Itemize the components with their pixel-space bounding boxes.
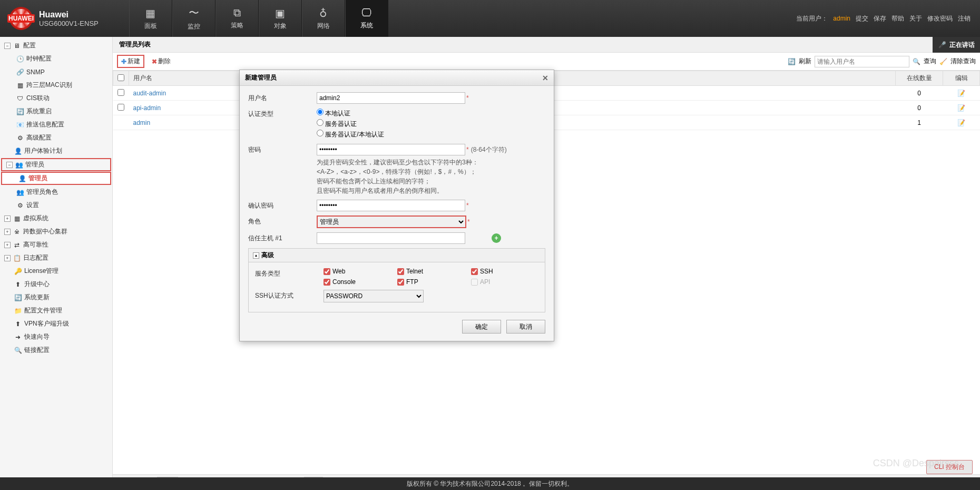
search-label[interactable]: 查询 xyxy=(924,57,936,66)
sidebar-item[interactable]: +📋日志配置 xyxy=(0,251,112,264)
advanced-panel: ▴ 高级 服务类型 Web Telnet SSH Console FTP API… xyxy=(248,248,545,312)
tree-icon: 🔑 xyxy=(14,267,22,276)
add-host-button[interactable]: + xyxy=(492,233,501,243)
refresh-icon[interactable]: 🔄 xyxy=(788,58,796,65)
sidebar-item[interactable]: ⬆VPN客户端升级 xyxy=(0,317,112,330)
panel-icon: ▦ xyxy=(145,7,155,19)
password-input[interactable] xyxy=(317,144,465,155)
col-online[interactable]: 在线数量 xyxy=(896,71,943,86)
mic-icon: 🎤 xyxy=(938,41,946,48)
service-telnet-checkbox[interactable]: Telnet xyxy=(397,268,439,275)
trust-host-input[interactable] xyxy=(317,232,465,244)
edit-icon[interactable]: 📝 xyxy=(957,104,965,112)
sidebar-item[interactable]: 👤管理员 xyxy=(1,172,111,185)
sidebar-item[interactable]: 🔄系统重启 xyxy=(0,105,112,118)
auth-both-radio[interactable]: 服务器认证/本地认证 xyxy=(317,129,545,140)
user-link[interactable]: audit-admin xyxy=(133,90,166,97)
auth-local-radio[interactable]: 本地认证 xyxy=(317,108,545,119)
delete-icon: ✖ xyxy=(152,58,157,65)
delete-button[interactable]: ✖ 删除 xyxy=(149,56,174,67)
username-input[interactable] xyxy=(317,92,465,104)
tab-policy[interactable]: ⧉策略 xyxy=(215,0,259,37)
cancel-button[interactable]: 取消 xyxy=(506,320,545,334)
auth-server-radio[interactable]: 服务器认证 xyxy=(317,119,545,129)
network-icon: ♁ xyxy=(319,7,327,19)
advanced-toggle[interactable]: ▴ 高级 xyxy=(249,249,545,262)
huawei-logo-icon: HUAWEI xyxy=(9,7,33,30)
search-icon[interactable]: 🔍 xyxy=(913,58,920,65)
sidebar-item[interactable]: ⚙设置 xyxy=(0,199,112,212)
role-select[interactable]: 管理员 xyxy=(317,215,466,228)
sidebar-item[interactable]: 👤用户体验计划 xyxy=(0,144,112,158)
sidebar-item[interactable]: +▦虚拟系统 xyxy=(0,212,112,225)
commit-link[interactable]: 提交 xyxy=(856,14,868,23)
search-input[interactable] xyxy=(815,56,909,67)
sidebar-item[interactable]: −🖥配置 xyxy=(0,39,112,52)
sidebar-item[interactable]: 🔗SNMP xyxy=(0,65,112,79)
edit-icon[interactable]: 📝 xyxy=(957,119,965,126)
sidebar-item[interactable]: 👥管理员角色 xyxy=(0,185,112,199)
col-edit[interactable]: 编辑 xyxy=(943,71,980,86)
sidebar-item[interactable]: ⚙高级配置 xyxy=(0,131,112,144)
edit-icon[interactable]: 📝 xyxy=(957,90,965,97)
tab-system[interactable]: 🖵系统 xyxy=(345,0,388,37)
service-label: 服务类型 xyxy=(255,268,324,278)
about-link[interactable]: 关于 xyxy=(909,14,922,23)
refresh-label[interactable]: 刷新 xyxy=(799,57,811,66)
sidebar-item[interactable]: 🔄系统更新 xyxy=(0,291,112,304)
row-checkbox[interactable] xyxy=(117,89,124,96)
ssh-auth-label: SSH认证方式 xyxy=(255,290,324,300)
clear-icon[interactable]: 🧹 xyxy=(939,58,947,65)
sidebar-item[interactable]: ▦跨三层MAC识别 xyxy=(0,79,112,92)
ssh-auth-select[interactable]: PASSWORD xyxy=(324,290,424,302)
toolbar: ✚ 新建 ✖ 删除 🔄 刷新 🔍 查询 🧹 清除查询 xyxy=(113,53,980,71)
select-all-checkbox[interactable] xyxy=(117,74,124,81)
tab-network[interactable]: ♁网络 xyxy=(302,0,345,37)
tab-monitor[interactable]: 〜监控 xyxy=(172,0,215,37)
change-pw-link[interactable]: 修改密码 xyxy=(927,14,953,23)
save-link[interactable]: 保存 xyxy=(874,14,886,23)
close-icon[interactable]: ✕ xyxy=(542,74,548,82)
tree-icon: 👥 xyxy=(15,161,23,169)
user-link[interactable]: admin xyxy=(133,119,151,126)
tree-icon: 🔗 xyxy=(16,68,24,76)
voice-status: 🎤 正在讲话 xyxy=(933,37,980,53)
new-button[interactable]: ✚ 新建 xyxy=(117,55,144,68)
sidebar-item[interactable]: +※跨数据中心集群 xyxy=(0,225,112,238)
help-link[interactable]: 帮助 xyxy=(891,14,904,23)
tree-icon: 👤 xyxy=(18,174,26,183)
tree-icon: 👥 xyxy=(16,188,24,197)
clear-label[interactable]: 清除查询 xyxy=(950,57,976,66)
system-icon: 🖵 xyxy=(361,7,372,19)
service-ssh-checkbox[interactable]: SSH xyxy=(471,268,513,275)
nav-tabs: ▦面板 〜监控 ⧉策略 ▣对象 ♁网络 🖵系统 xyxy=(129,0,388,37)
new-admin-dialog: 新建管理员 ✕ 用户名 * 认证类型 本地认证 服务器认证 服务器认证/本地认证… xyxy=(239,70,554,341)
tab-panel[interactable]: ▦面板 xyxy=(129,0,172,37)
sidebar-item[interactable]: 🔍链接配置 xyxy=(0,344,112,357)
sidebar-item[interactable]: 📧推送信息配置 xyxy=(0,118,112,131)
header-right: 当前用户： admin 提交 保存 帮助 关于 修改密码 注销 xyxy=(796,14,980,23)
sidebar-item[interactable]: 🔑License管理 xyxy=(0,264,112,278)
ok-button[interactable]: 确定 xyxy=(462,320,501,334)
auth-label: 认证类型 xyxy=(248,108,317,119)
sidebar-item[interactable]: 🕒时钟配置 xyxy=(0,52,112,65)
service-web-checkbox[interactable]: Web xyxy=(324,268,366,275)
service-ftp-checkbox[interactable]: FTP xyxy=(397,278,439,286)
sidebar-item[interactable]: −👥管理员 xyxy=(1,158,111,171)
row-checkbox[interactable] xyxy=(117,104,124,111)
sidebar-item[interactable]: ⬆升级中心 xyxy=(0,278,112,291)
user-link[interactable]: api-admin xyxy=(133,104,161,112)
sidebar-item[interactable]: 🛡CIS联动 xyxy=(0,92,112,105)
sidebar-item[interactable]: 📁配置文件管理 xyxy=(0,304,112,317)
current-user-label: 当前用户： xyxy=(796,14,828,23)
sidebar-item[interactable]: ➜快速向导 xyxy=(0,330,112,344)
tab-object[interactable]: ▣对象 xyxy=(259,0,302,37)
cli-console-button[interactable]: CLI 控制台 xyxy=(926,460,973,474)
tree-icon: ▦ xyxy=(16,81,24,90)
sidebar-item[interactable]: +⇄高可靠性 xyxy=(0,238,112,251)
service-console-checkbox[interactable]: Console xyxy=(324,278,366,286)
dialog-header[interactable]: 新建管理员 ✕ xyxy=(240,70,554,86)
confirm-input[interactable] xyxy=(317,200,465,211)
model-name: USG6000V1-ENSP xyxy=(39,19,99,27)
logout-link[interactable]: 注销 xyxy=(958,14,971,23)
